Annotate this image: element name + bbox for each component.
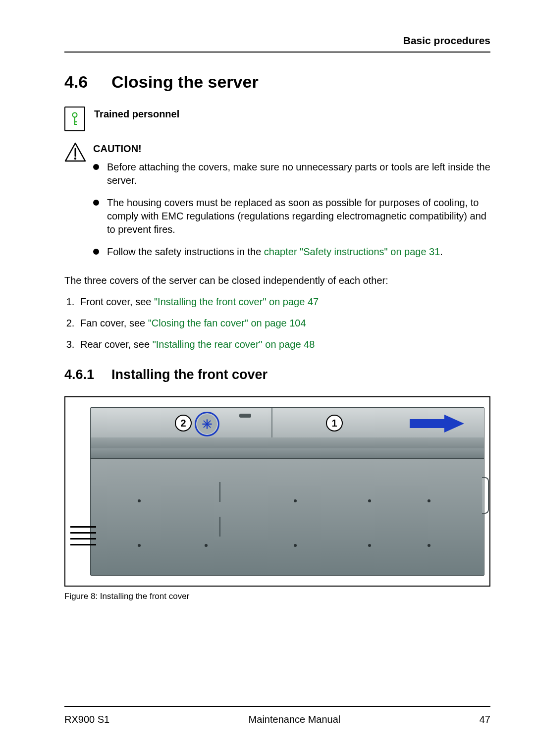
footer-doc: Maintenance Manual bbox=[249, 714, 341, 725]
front-cover-link[interactable]: "Installing the front cover" on page 47 bbox=[154, 296, 319, 307]
trained-personnel-label: Trained personnel bbox=[94, 107, 179, 120]
warning-icon bbox=[64, 142, 86, 162]
subsection-number: 4.6.1 bbox=[64, 367, 111, 382]
subsection-heading: 4.6.1Installing the front cover bbox=[64, 367, 490, 382]
chapter-header: Basic procedures bbox=[64, 35, 490, 53]
subsection-title: Installing the front cover bbox=[111, 367, 268, 382]
badge-1: 1 bbox=[326, 415, 343, 432]
section-number: 4.6 bbox=[64, 72, 111, 92]
footer-model: RX900 S1 bbox=[64, 714, 109, 725]
section-title: Closing the server bbox=[111, 72, 259, 91]
caution-title: CAUTION! bbox=[93, 142, 490, 156]
cover-list: Front cover, see "Installing the front c… bbox=[64, 294, 490, 352]
caution-item: Before attaching the covers, make sure n… bbox=[93, 161, 490, 187]
fan-cover-link[interactable]: "Closing the fan cover" on page 104 bbox=[148, 318, 306, 328]
arrow-icon bbox=[410, 415, 464, 432]
badge-2: 2 bbox=[175, 415, 192, 432]
caution-block: CAUTION! Before attaching the covers, ma… bbox=[64, 142, 490, 268]
svg-point-0 bbox=[73, 113, 77, 117]
intro-text: The three covers of the server can be cl… bbox=[64, 273, 490, 287]
safety-link[interactable]: chapter "Safety instructions" on page 31 bbox=[264, 246, 440, 257]
figure-8: 2 1 bbox=[64, 396, 490, 587]
trained-personnel-row: Trained personnel bbox=[64, 107, 490, 131]
section-heading: 4.6Closing the server bbox=[64, 72, 490, 92]
svg-marker-11 bbox=[410, 415, 464, 432]
callout-circle-2 bbox=[195, 412, 219, 436]
list-item: Front cover, see "Installing the front c… bbox=[77, 294, 490, 310]
figure-caption: Figure 8: Installing the front cover bbox=[64, 592, 490, 601]
list-item: Fan cover, see "Closing the fan cover" o… bbox=[77, 316, 490, 331]
footer-page: 47 bbox=[480, 714, 490, 725]
caution-list: Before attaching the covers, make sure n… bbox=[93, 161, 490, 259]
rear-cover-link[interactable]: "Installing the rear cover" on page 48 bbox=[153, 339, 315, 350]
page-footer: RX900 S1 Maintenance Manual 47 bbox=[64, 706, 490, 725]
caution-item: The housing covers must be replaced as s… bbox=[93, 196, 490, 236]
list-item: Rear cover, see "Installing the rear cov… bbox=[77, 337, 490, 352]
caution-item: Follow the safety instructions in the ch… bbox=[93, 245, 490, 259]
svg-point-6 bbox=[74, 158, 76, 160]
server-illustration: 2 1 bbox=[90, 407, 484, 576]
key-icon bbox=[64, 107, 85, 131]
